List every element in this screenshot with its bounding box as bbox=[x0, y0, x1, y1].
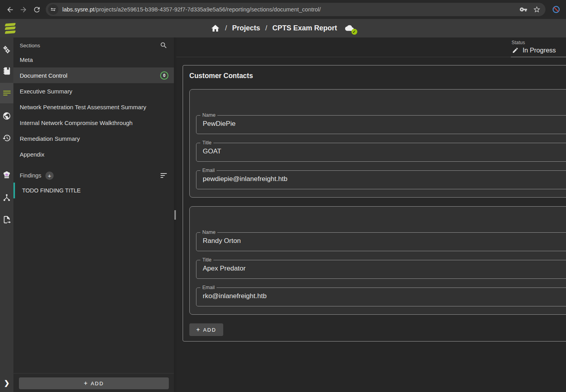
sync-check-badge: ✓ bbox=[351, 29, 357, 35]
sort-lines-icon[interactable] bbox=[161, 173, 167, 178]
breadcrumb-report-title[interactable]: CPTS Exam Report bbox=[273, 24, 337, 32]
finding-item-todo[interactable]: TODO FINDING TITLE bbox=[13, 183, 174, 198]
sysreptor-logo-icon[interactable] bbox=[5, 23, 15, 34]
title-field[interactable]: Title GOAT bbox=[196, 140, 566, 162]
sidebar-item-remediation-summary[interactable]: Remediation Summary bbox=[13, 131, 174, 146]
email-field-label: Email bbox=[200, 285, 217, 290]
sidebar-bottom-divider bbox=[13, 373, 174, 373]
add-contact-button[interactable]: + ADD bbox=[189, 323, 223, 336]
name-field[interactable]: Name Randy Orton bbox=[196, 230, 566, 251]
email-field[interactable]: Email pewdiepie@inlanefreight.htb bbox=[196, 168, 566, 189]
sidebar-item-label: Remediation Summary bbox=[20, 135, 80, 142]
extension-blocked-icon[interactable] bbox=[549, 3, 563, 16]
title-field-value[interactable]: GOAT bbox=[196, 146, 566, 161]
app-bar: / Projects / CPTS Exam Report ✓ bbox=[0, 19, 566, 37]
sidebar-item-label: Meta bbox=[20, 56, 33, 63]
customer-contacts-card: Customer Contacts Name PewDiePie Title G… bbox=[183, 65, 566, 342]
todo-count-badge: 0 bbox=[160, 71, 168, 80]
chef-hat-chart-icon[interactable] bbox=[2, 170, 11, 180]
findings-header-label: Findings bbox=[20, 172, 41, 179]
site-info-icon[interactable] bbox=[48, 4, 58, 15]
reload-icon[interactable] bbox=[30, 3, 43, 16]
forward-icon[interactable] bbox=[17, 3, 30, 16]
file-export-icon[interactable] bbox=[2, 215, 11, 224]
email-field[interactable]: Email rko@inlanefreight.htb bbox=[196, 285, 566, 306]
name-field-label: Name bbox=[200, 112, 217, 118]
status-value: In Progress bbox=[523, 47, 556, 54]
url-path: /projects/a2e59615-b398-4357-92f7-7d335a… bbox=[94, 6, 321, 13]
sidebar-item-network-pentest-summary[interactable]: Network Penetration Test Assessment Summ… bbox=[13, 99, 174, 115]
breadcrumb: / Projects / CPTS Exam Report ✓ bbox=[210, 24, 355, 33]
status-select[interactable]: Status In Progress bbox=[511, 40, 566, 57]
url-text: labs.sysre.pt/projects/a2e59615-b398-435… bbox=[62, 6, 515, 13]
sidebar-item-appendix[interactable]: Appendix bbox=[13, 146, 174, 162]
sidebar-item-label: Executive Summary bbox=[20, 88, 72, 95]
nav-rail: ❯ bbox=[0, 37, 13, 392]
name-field[interactable]: Name PewDiePie bbox=[196, 112, 566, 134]
url-domain: labs.sysre.pt bbox=[62, 6, 94, 13]
content-header: Status In Progress bbox=[176, 37, 566, 57]
sidebar-item-document-control[interactable]: Document Control 0 bbox=[13, 67, 174, 83]
section-content: Status In Progress Customer Contacts Nam… bbox=[176, 37, 566, 392]
url-bar[interactable]: labs.sysre.pt/projects/a2e59615-b398-435… bbox=[46, 3, 545, 16]
settings-gears-icon[interactable] bbox=[2, 45, 11, 54]
sidebar-add-button[interactable]: + ADD bbox=[19, 377, 169, 389]
back-icon[interactable] bbox=[3, 3, 17, 16]
plus-icon: + bbox=[196, 326, 200, 333]
key-icon[interactable] bbox=[519, 6, 527, 13]
home-icon[interactable] bbox=[210, 24, 220, 33]
chevron-right-icon[interactable]: ❯ bbox=[0, 379, 13, 387]
add-finding-plus-icon[interactable]: + bbox=[45, 172, 54, 180]
sidebar-add-label: ADD bbox=[91, 381, 104, 386]
sections-header-label: Sections bbox=[20, 43, 40, 49]
email-field-value[interactable]: rko@inlanefreight.htb bbox=[196, 290, 566, 306]
finding-title: TODO FINDING TITLE bbox=[22, 187, 81, 194]
sidebar-item-meta[interactable]: Meta bbox=[13, 52, 174, 67]
add-contact-label: ADD bbox=[203, 327, 216, 333]
breadcrumb-separator: / bbox=[265, 24, 267, 32]
sections-sidebar: Sections Meta Document Control 0 Executi… bbox=[13, 37, 174, 392]
graph-nodes-icon[interactable] bbox=[2, 193, 11, 202]
sidebar-item-executive-summary[interactable]: Executive Summary bbox=[13, 83, 174, 99]
sidebar-item-label: Internal Network Compromise Walkthrough bbox=[20, 119, 133, 126]
email-field-value[interactable]: pewdiepie@inlanefreight.htb bbox=[196, 173, 566, 189]
sidebar-item-label: Appendix bbox=[20, 151, 45, 158]
sections-header: Sections bbox=[13, 39, 174, 52]
browser-toolbar: labs.sysre.pt/projects/a2e59615-b398-435… bbox=[0, 0, 566, 19]
breadcrumb-separator: / bbox=[225, 24, 227, 32]
star-icon[interactable] bbox=[533, 6, 541, 13]
contact-card: Name PewDiePie Title GOAT Email pewdiepi… bbox=[189, 89, 566, 198]
name-field-label: Name bbox=[200, 230, 217, 235]
resize-handle[interactable] bbox=[174, 210, 176, 220]
sidebar-item-internal-network-walkthrough[interactable]: Internal Network Compromise Walkthrough bbox=[13, 115, 174, 131]
title-field-value[interactable]: Apex Predator bbox=[196, 263, 566, 278]
name-field-value[interactable]: Randy Orton bbox=[196, 235, 566, 251]
title-field-label: Title bbox=[200, 140, 213, 146]
sidebar-item-label: Network Penetration Test Assessment Summ… bbox=[20, 104, 146, 110]
plus-icon: + bbox=[84, 380, 88, 387]
report-lines-icon bbox=[3, 91, 11, 96]
email-field-label: Email bbox=[200, 168, 217, 173]
contact-card: Name Randy Orton Title Apex Predator Ema… bbox=[189, 206, 566, 315]
search-icon[interactable] bbox=[160, 41, 168, 49]
cloud-sync-ok-icon: ✓ bbox=[344, 24, 356, 33]
sidebar-item-label: Document Control bbox=[20, 72, 67, 79]
pencil-icon bbox=[512, 47, 519, 54]
card-title: Customer Contacts bbox=[189, 65, 566, 89]
globe-icon[interactable] bbox=[2, 111, 11, 121]
title-field-label: Title bbox=[200, 257, 213, 263]
history-icon[interactable] bbox=[2, 133, 11, 143]
status-label: Status bbox=[511, 40, 566, 45]
notebook-icon[interactable] bbox=[2, 66, 11, 76]
findings-header: Findings + bbox=[13, 168, 174, 183]
title-field[interactable]: Title Apex Predator bbox=[196, 257, 566, 279]
name-field-value[interactable]: PewDiePie bbox=[196, 118, 566, 134]
breadcrumb-projects-link[interactable]: Projects bbox=[232, 24, 260, 32]
rail-item-reporting[interactable] bbox=[0, 83, 13, 103]
